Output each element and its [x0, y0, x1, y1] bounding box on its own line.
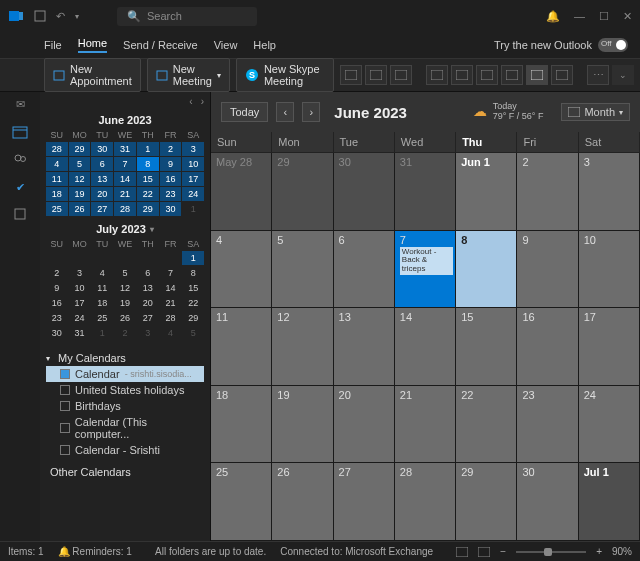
mini-day[interactable]: 30: [46, 326, 68, 340]
minimize-icon[interactable]: —: [574, 10, 585, 22]
mini-day[interactable]: 23: [160, 187, 182, 201]
mini-day[interactable]: 21: [160, 296, 182, 310]
day-cell[interactable]: 30: [334, 153, 395, 231]
mini-day[interactable]: 26: [114, 311, 136, 325]
mini-day[interactable]: 8: [182, 266, 204, 280]
view-btn-9[interactable]: [551, 65, 573, 85]
mini-day[interactable]: 16: [160, 172, 182, 186]
mini-day[interactable]: 18: [91, 296, 113, 310]
my-calendars-header[interactable]: ▾My Calendars: [46, 350, 204, 366]
view-normal-icon[interactable]: [456, 547, 468, 557]
try-new-outlook-toggle[interactable]: Off: [598, 38, 628, 52]
mini-day[interactable]: 11: [46, 172, 68, 186]
mini-day[interactable]: 20: [137, 296, 159, 310]
new-skype-meeting-button[interactable]: S New Skype Meeting: [236, 58, 334, 92]
day-cell[interactable]: 6: [334, 231, 395, 309]
today-button[interactable]: Today: [221, 102, 268, 122]
calendar-item[interactable]: Birthdays: [46, 398, 204, 414]
status-reminders[interactable]: 🔔 Reminders: 1: [58, 546, 132, 557]
mini-next-icon[interactable]: ›: [201, 96, 204, 107]
mini-day[interactable]: 22: [137, 187, 159, 201]
mini-day[interactable]: 29: [137, 202, 159, 216]
mini-day[interactable]: 19: [114, 296, 136, 310]
mini-day[interactable]: 28: [46, 142, 68, 156]
day-cell[interactable]: 30: [517, 463, 578, 541]
zoom-slider[interactable]: [516, 551, 586, 553]
mini-day[interactable]: 10: [69, 281, 91, 295]
nav-calendar-icon[interactable]: [12, 125, 28, 139]
day-cell[interactable]: 29: [272, 153, 333, 231]
view-btn-8[interactable]: [526, 65, 548, 85]
day-cell[interactable]: 27: [334, 463, 395, 541]
day-cell[interactable]: 9: [517, 231, 578, 309]
day-cell[interactable]: 18: [211, 386, 272, 464]
menu-file[interactable]: File: [44, 39, 62, 51]
mini-day[interactable]: 27: [137, 311, 159, 325]
mini-day[interactable]: 12: [69, 172, 91, 186]
next-month-button[interactable]: ›: [302, 102, 320, 122]
day-cell[interactable]: 15: [456, 308, 517, 386]
day-cell[interactable]: 3: [579, 153, 640, 231]
mini-day[interactable]: 23: [46, 311, 68, 325]
menu-home[interactable]: Home: [78, 37, 107, 53]
day-cell[interactable]: 16: [517, 308, 578, 386]
mini-day[interactable]: 18: [46, 187, 68, 201]
mini-day[interactable]: 1: [137, 142, 159, 156]
mini-day[interactable]: 31: [69, 326, 91, 340]
nav-mail-icon[interactable]: ✉: [16, 98, 25, 111]
close-icon[interactable]: ✕: [623, 10, 632, 23]
view-selector[interactable]: Month ▾: [561, 103, 630, 121]
mini-day[interactable]: 3: [69, 266, 91, 280]
day-cell[interactable]: 8: [456, 231, 517, 309]
nav-people-icon[interactable]: [13, 153, 27, 167]
maximize-icon[interactable]: ☐: [599, 10, 609, 23]
mini-day[interactable]: 24: [69, 311, 91, 325]
mini-day[interactable]: 9: [160, 157, 182, 171]
menu-send-receive[interactable]: Send / Receive: [123, 39, 198, 51]
mini-day[interactable]: [137, 251, 159, 265]
day-cell[interactable]: 28: [395, 463, 456, 541]
mini-day[interactable]: 5: [69, 157, 91, 171]
calendar-item[interactable]: United States holidays: [46, 382, 204, 398]
day-cell[interactable]: 26: [272, 463, 333, 541]
mini-day[interactable]: 11: [91, 281, 113, 295]
calendar-event[interactable]: Workout - Back & triceps: [397, 247, 453, 275]
day-cell[interactable]: 13: [334, 308, 395, 386]
day-cell[interactable]: 19: [272, 386, 333, 464]
mini-day[interactable]: 28: [114, 202, 136, 216]
mini-day[interactable]: 9: [46, 281, 68, 295]
mini-day[interactable]: 13: [137, 281, 159, 295]
mini-day[interactable]: 6: [137, 266, 159, 280]
nav-more-icon[interactable]: [14, 208, 26, 220]
mini-day[interactable]: [114, 251, 136, 265]
mini-day[interactable]: 30: [91, 142, 113, 156]
mini-day[interactable]: 7: [160, 266, 182, 280]
mini-day[interactable]: 3: [137, 326, 159, 340]
mini-prev-icon[interactable]: ‹: [189, 96, 192, 107]
mini-day[interactable]: 8: [137, 157, 159, 171]
zoom-out-icon[interactable]: −: [500, 546, 506, 557]
day-cell[interactable]: 29: [456, 463, 517, 541]
mini-day[interactable]: 28: [160, 311, 182, 325]
mini-day[interactable]: 27: [91, 202, 113, 216]
mini-day[interactable]: 31: [114, 142, 136, 156]
mini-day[interactable]: 1: [182, 251, 204, 265]
mini-day[interactable]: 4: [46, 157, 68, 171]
view-btn-5[interactable]: [451, 65, 473, 85]
checkbox-icon[interactable]: [60, 385, 70, 395]
menu-help[interactable]: Help: [253, 39, 276, 51]
prev-month-button[interactable]: ‹: [276, 102, 294, 122]
mini-day[interactable]: 20: [91, 187, 113, 201]
search-box[interactable]: 🔍 Search: [117, 7, 257, 26]
day-cell[interactable]: 23: [517, 386, 578, 464]
mini-day[interactable]: 24: [182, 187, 204, 201]
mini-day[interactable]: 17: [182, 172, 204, 186]
mini-day[interactable]: 17: [69, 296, 91, 310]
weather-widget[interactable]: ☁ Today79° F / 56° F: [473, 102, 544, 122]
chevron-down-icon[interactable]: ▾: [150, 225, 154, 234]
calendar-item[interactable]: Calendar - srishti.sisodia...: [46, 366, 204, 382]
mini-day[interactable]: [69, 251, 91, 265]
view-btn-1[interactable]: [340, 65, 362, 85]
day-cell[interactable]: 20: [334, 386, 395, 464]
ribbon-chevron[interactable]: ⌄: [612, 65, 634, 85]
